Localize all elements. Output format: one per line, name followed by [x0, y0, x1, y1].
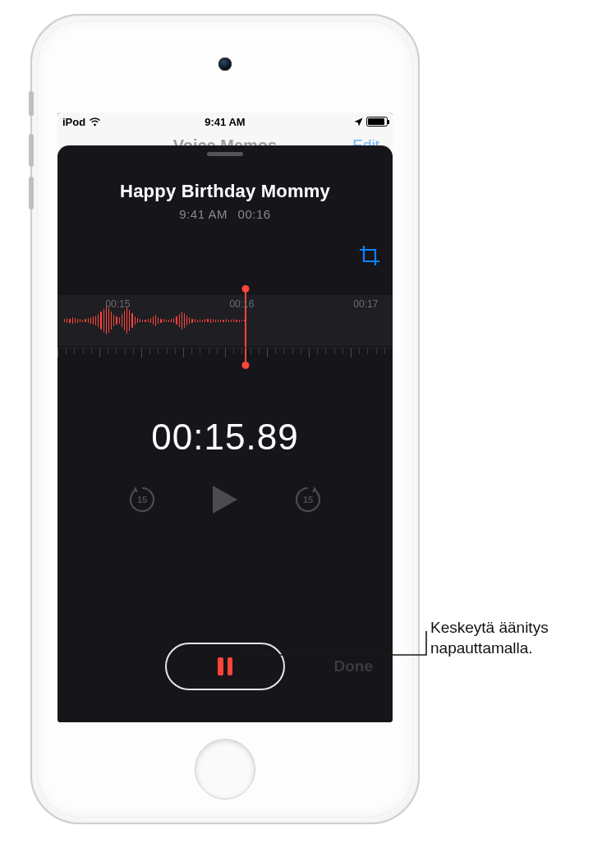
- callout-leader-line: [0, 0, 616, 848]
- callout-text: Keskeytä äänitys napauttamalla.: [430, 618, 603, 658]
